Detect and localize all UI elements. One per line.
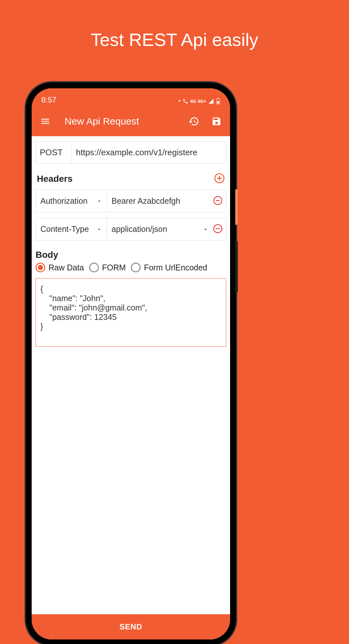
radio-label: FORM — [102, 263, 126, 272]
header-value-text: Bearer Azabcdefgh — [111, 196, 180, 206]
svg-rect-2 — [217, 101, 219, 104]
chevron-down-icon — [96, 226, 102, 232]
chevron-down-icon — [203, 226, 208, 232]
svg-rect-1 — [217, 98, 219, 99]
content-area: POST Headers AuthorizationBearer Azabcde… — [32, 136, 230, 614]
header-key-text: Content-Type — [40, 224, 89, 234]
history-icon — [188, 116, 199, 127]
status-bar: 8:57 • 4G 4G+ — [32, 88, 230, 106]
radio-circle-icon — [89, 263, 99, 272]
minus-circle-icon — [213, 196, 223, 205]
headers-label: Headers — [37, 174, 73, 184]
promo-title: Test REST Api easily — [0, 0, 349, 50]
body-textarea[interactable] — [36, 278, 226, 347]
radio-form-urlencoded[interactable]: Form UrlEncoded — [131, 263, 207, 272]
url-input[interactable] — [71, 142, 226, 163]
phone-side-button-1 — [235, 189, 238, 225]
remove-header-button[interactable] — [213, 196, 223, 207]
header-row: AuthorizationBearer Azabcdefgh — [36, 190, 226, 213]
request-line: POST — [36, 141, 226, 164]
hamburger-icon — [40, 116, 50, 126]
body-label: Body — [36, 250, 226, 260]
header-key-select[interactable]: Content-Type — [36, 218, 107, 240]
status-dot-icon: • — [178, 98, 180, 104]
minus-circle-icon — [213, 224, 223, 234]
page-title: New Api Request — [65, 116, 178, 127]
header-value-input[interactable]: Bearer Azabcdefgh — [107, 190, 213, 212]
send-button[interactable]: SEND — [32, 614, 230, 639]
battery-icon — [216, 98, 220, 104]
status-icons: • 4G 4G+ — [178, 98, 220, 104]
status-4g-label: 4G 4G+ — [190, 99, 206, 104]
method-select[interactable]: POST — [36, 142, 71, 163]
header-value-text: application/json — [111, 224, 167, 234]
phone-side-button-2 — [235, 241, 238, 293]
signal-icon — [208, 98, 214, 104]
header-row: Content-Typeapplication/json — [36, 218, 226, 241]
menu-button[interactable] — [39, 115, 52, 128]
phone-icon — [183, 98, 188, 104]
headers-section-row: Headers — [36, 173, 226, 190]
header-key-text: Authorization — [40, 196, 88, 206]
add-header-button[interactable] — [214, 173, 225, 185]
history-button[interactable] — [187, 115, 200, 128]
radio-circle-icon — [36, 263, 45, 272]
radio-raw-data[interactable]: Raw Data — [36, 263, 84, 272]
save-icon — [211, 116, 222, 126]
radio-circle-icon — [131, 263, 141, 272]
remove-header-button[interactable] — [213, 224, 223, 235]
phone-screen: 8:57 • 4G 4G+ New Api Request — [32, 88, 230, 639]
plus-circle-icon — [214, 173, 225, 184]
chevron-down-icon — [96, 198, 102, 204]
body-type-radios: Raw Data FORM Form UrlEncoded — [36, 260, 226, 278]
phone-frame: 8:57 • 4G 4G+ New Api Request — [26, 82, 236, 644]
radio-label: Form UrlEncoded — [144, 263, 207, 272]
status-time: 8:57 — [41, 95, 57, 104]
radio-form[interactable]: FORM — [89, 263, 126, 272]
radio-label: Raw Data — [48, 263, 84, 272]
header-value-input[interactable]: application/json — [107, 218, 213, 240]
body-section: Body Raw Data FORM Form UrlEncoded — [36, 246, 226, 348]
app-bar: New Api Request — [32, 106, 230, 136]
save-button[interactable] — [210, 115, 223, 128]
header-key-select[interactable]: Authorization — [36, 190, 107, 212]
